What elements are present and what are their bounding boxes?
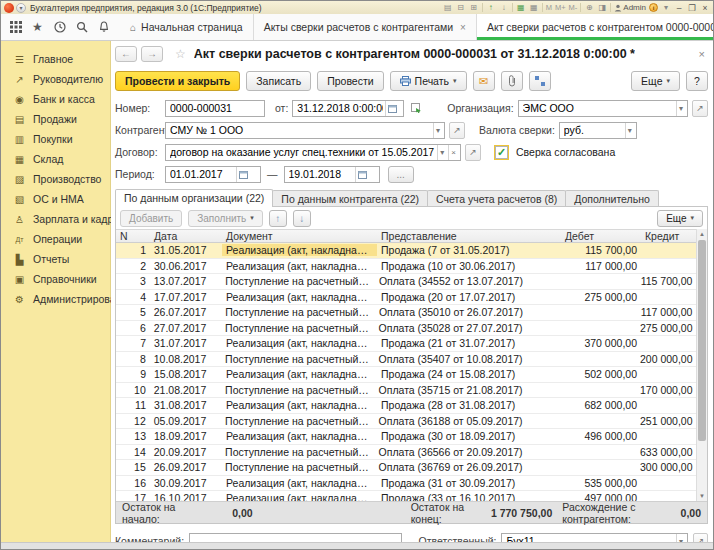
send-email-button[interactable]: ✉ (473, 71, 495, 91)
cell-view[interactable]: Оплата (35407 от 10.08.2017) (375, 353, 557, 365)
agreed-checkbox[interactable]: ✓ (495, 146, 508, 159)
print-icon[interactable]: ⊟ (456, 3, 466, 12)
cell-date[interactable]: 30.09.2017 (150, 477, 222, 489)
period-to-input[interactable] (289, 167, 353, 181)
cell-view[interactable]: Продажа (20 от 17.07.2017) (377, 291, 561, 303)
doc-tab-4[interactable]: Дополнительно (565, 190, 659, 207)
number-field[interactable] (165, 100, 265, 117)
table-row[interactable]: 1526.09.2017Поступление на расчетный сче… (116, 460, 696, 476)
cell-doc[interactable]: Поступление на расчетный счет 0000-0... (221, 306, 375, 318)
column-header[interactable]: Документ (222, 230, 377, 242)
organization-field[interactable]: ▾ (518, 100, 688, 117)
cell-date[interactable]: 18.09.2017 (150, 430, 222, 442)
download-icon[interactable]: ↓ (499, 3, 509, 12)
cell-credit[interactable]: 633 000,00 (636, 446, 696, 458)
period-from-input[interactable] (170, 167, 234, 181)
calendar-icon[interactable]: ▦ (529, 3, 539, 12)
save-button[interactable]: Записать (246, 71, 311, 91)
table-row[interactable]: 1318.09.2017Реализация (акт, накладная) … (116, 429, 696, 445)
cell-date[interactable]: 26.09.2017 (150, 461, 221, 473)
more-button[interactable]: Еще▾ (631, 71, 680, 91)
period-from-field[interactable] (165, 166, 261, 183)
cell-doc[interactable]: Реализация (акт, накладная) 0000-0000... (222, 244, 377, 256)
chevron-down-icon[interactable]: ▾ (433, 123, 442, 138)
table-row[interactable]: 1131.08.2017Реализация (акт, накладная) … (116, 398, 696, 414)
cell-date[interactable]: 21.08.2017 (150, 384, 221, 396)
doc-tab-3[interactable]: Счета учета расчетов (8) (427, 190, 566, 207)
window-tab[interactable]: Акты сверки расчетов с контрагентами× (254, 14, 477, 40)
table-row[interactable]: 313.07.2017Поступление на расчетный счет… (116, 274, 696, 290)
cell-credit[interactable]: 115 700,00 (637, 275, 696, 287)
cell-debit[interactable]: 115 700,00 (561, 244, 641, 256)
window-tab[interactable]: Акт сверки расчетов с контрагентом 0000-… (477, 14, 714, 40)
print-button[interactable]: Печать ▾ (390, 71, 467, 91)
cell-doc[interactable]: Реализация (акт, накладная) 0000-0000... (222, 492, 377, 501)
chevron-down-icon[interactable]: ▾ (661, 3, 671, 12)
sidebar-item-3[interactable]: ◉Банк и касса (1, 89, 110, 109)
column-header[interactable]: Кредит (641, 230, 696, 242)
cell-view[interactable]: Продажа (31 от 30.09.2017) (377, 477, 561, 489)
cell-n[interactable]: 15 (116, 461, 150, 473)
save-icon[interactable]: ▤ (443, 3, 453, 12)
cell-date[interactable]: 17.07.2017 (150, 291, 222, 303)
cell-doc[interactable]: Поступление на расчетный счет 0000-0... (221, 446, 374, 458)
table-row[interactable]: 1716.10.2017Реализация (акт, накладная) … (116, 491, 696, 501)
cell-n[interactable]: 4 (116, 291, 150, 303)
table-row[interactable]: 1205.09.2017Поступление на расчетный сче… (116, 414, 696, 430)
date-field[interactable] (292, 100, 404, 117)
restore-button[interactable]: ❐ (687, 3, 697, 13)
table-row[interactable]: 526.07.2017Поступление на расчетный счет… (116, 305, 696, 321)
scroll-up-icon[interactable]: ▲ (697, 229, 707, 239)
cell-credit[interactable]: 170 000,00 (636, 384, 696, 396)
move-up-button[interactable]: ↑ (269, 210, 287, 227)
sidebar-item-12[interactable]: ▣Справочники (1, 269, 110, 289)
cell-doc[interactable]: Реализация (акт, накладная) 0000-0000... (222, 477, 377, 489)
cell-doc[interactable]: Реализация (акт, накладная) 0000-0000... (222, 368, 377, 380)
cell-credit[interactable]: 200 000,00 (636, 353, 696, 365)
cell-view[interactable]: Оплата (36769 от 26.09.2017) (375, 461, 557, 473)
calc-m-button[interactable]: M (546, 3, 552, 12)
cell-date[interactable]: 20.09.2017 (150, 446, 221, 458)
help-button[interactable]: ? (686, 71, 708, 91)
cell-view[interactable]: Оплата (34552 от 13.07.2017) (375, 275, 557, 287)
table-row[interactable]: 810.08.2017Поступление на расчетный счет… (116, 352, 696, 368)
calendar-picker-icon[interactable] (355, 167, 369, 182)
scroll-down-icon[interactable]: ▼ (697, 491, 707, 501)
cell-view[interactable]: Продажа (28 от 31.08.2017) (377, 399, 561, 411)
column-header[interactable]: Представление (377, 230, 561, 242)
number-input[interactable] (170, 101, 262, 115)
open-contract-icon[interactable]: ↗ (465, 144, 481, 161)
cell-n[interactable]: 14 (116, 446, 150, 458)
cell-debit[interactable]: 502 000,00 (561, 368, 641, 380)
cell-doc[interactable]: Поступление на расчетный счет 0000-0... (221, 322, 374, 334)
cell-doc[interactable]: Реализация (акт, накладная) 0000-0000... (222, 291, 377, 303)
doc-tab-1[interactable]: По данным организации (22) (115, 189, 273, 207)
column-header[interactable]: Дебет (561, 230, 641, 242)
sidebar-item-7[interactable]: ▨Производство (1, 169, 110, 189)
cell-date[interactable]: 05.09.2017 (150, 415, 221, 427)
contract-field[interactable]: ▾ × (165, 144, 461, 161)
split-view-icon[interactable]: ◨ (597, 3, 607, 12)
cell-doc[interactable]: Реализация (акт, накладная) 0000-0000... (222, 399, 377, 411)
cell-n[interactable]: 9 (116, 368, 150, 380)
cell-doc[interactable]: Поступление на расчетный счет 0000-0... (221, 275, 375, 287)
add-row-button[interactable]: Добавить (120, 210, 182, 227)
cell-view[interactable]: Продажа (7 от 31.05.2017) (377, 244, 561, 256)
user-button[interactable]: Admin (614, 3, 646, 12)
sidebar-item-5[interactable]: ▥Покупки (1, 129, 110, 149)
table-row[interactable]: 1021.08.2017Поступление на расчетный сче… (116, 383, 696, 399)
sidebar-item-9[interactable]: ♙Зарплата и кадры (1, 209, 110, 229)
cell-doc[interactable]: Поступление на расчетный счет 0000-0... (221, 461, 374, 473)
cell-date[interactable]: 26.07.2017 (150, 306, 221, 318)
calendar-picker-icon[interactable] (236, 167, 250, 182)
cell-n[interactable]: 13 (116, 430, 150, 442)
apps-grid-icon[interactable] (9, 21, 22, 34)
open-list-icon[interactable] (410, 102, 423, 115)
cell-credit[interactable]: 275 000,00 (636, 322, 696, 334)
cell-n[interactable]: 12 (116, 415, 150, 427)
counterparty-field[interactable]: ▾ (165, 122, 445, 139)
sidebar-item-10[interactable]: ДтОперации (1, 229, 110, 249)
cell-debit[interactable]: 275 000,00 (561, 291, 641, 303)
zoom-icon[interactable]: ⊕ (584, 3, 594, 12)
currency-field[interactable]: ▾ (559, 122, 637, 139)
